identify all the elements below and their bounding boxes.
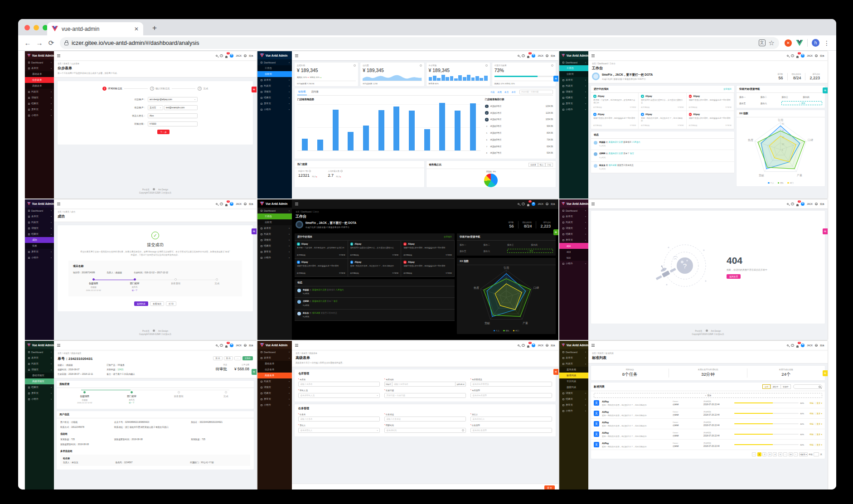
browser-menu-icon[interactable]: ⋮ [824, 39, 830, 47]
project-name[interactable]: Alipay [408, 242, 415, 245]
search-icon[interactable] [518, 344, 520, 347]
task-desc-input[interactable]: 请输入任务描述 [384, 417, 466, 422]
project-card[interactable]: AAlipay 城镇中有那么多的酒馆，她却偏偏走进了我的酒馆 科学搬砖组9小时前 [591, 111, 639, 129]
range-link[interactable]: 本年 [511, 91, 516, 93]
add-item-button[interactable]: ＋ 添加 [594, 393, 822, 398]
menu-fold-icon[interactable] [57, 54, 60, 55]
quick-op-link[interactable]: 操作一 [460, 243, 481, 246]
menu-fold-icon[interactable] [295, 203, 298, 203]
user-avatar[interactable] [532, 344, 535, 347]
executor-select[interactable]: 请选择执行人 [470, 417, 552, 422]
quick-op-link[interactable]: 操作二 [484, 243, 505, 246]
add-button[interactable]: ＋ 添加 [507, 249, 553, 253]
reload-button[interactable]: ⟳ [45, 37, 57, 49]
language-label[interactable]: 简体 [249, 54, 253, 57]
responsible-select[interactable]: 请选择责任人▾ [298, 428, 380, 433]
info-icon[interactable] [354, 64, 356, 67]
sidebar-menu-item[interactable]: 列表页▾ [25, 89, 54, 95]
sidebar-menu-item[interactable]: 工作台 [257, 65, 292, 71]
sidebar-menu-item[interactable]: 详情页▾ [559, 390, 588, 396]
language-label[interactable]: 简体 [551, 344, 555, 347]
sidebar-menu-item[interactable]: 小组件▾ [25, 255, 54, 261]
theme-settings-gear-icon[interactable] [823, 87, 828, 93]
sidebar-menu-item[interactable]: Dashboard▴ [257, 59, 292, 65]
more-link[interactable]: 更多 ▾ [816, 444, 822, 446]
project-card[interactable]: AAlipay 城镇中有那么多的酒馆，她却偏偏走进了我的酒馆 科学搬砖组9小时前 [687, 93, 734, 111]
sidebar-menu-item[interactable]: 详情页▾ [559, 225, 588, 231]
edit-link[interactable]: 编辑 [809, 444, 814, 446]
footer-link[interactable]: Pro首页 [142, 330, 150, 332]
sidebar-menu-item[interactable]: 列表页▴ [559, 361, 588, 367]
quick-op-link[interactable]: 操作二 [761, 96, 780, 98]
item-title[interactable]: AliPay [602, 431, 609, 434]
sidebar-menu-item[interactable]: 卡片列表 [559, 378, 588, 384]
language-label[interactable]: 简体 [249, 344, 253, 347]
user-avatar[interactable] [801, 344, 805, 347]
user-avatar[interactable] [532, 54, 535, 58]
help-icon[interactable] [220, 203, 223, 206]
sidebar-menu-item[interactable]: 小组件▾ [257, 402, 292, 408]
sidebar-menu-item[interactable]: 列表页▾ [559, 83, 588, 89]
username[interactable]: JACK [538, 344, 543, 347]
app-logo[interactable]: Vue Antd Admin [559, 341, 588, 349]
sidebar-menu-item[interactable]: 搜索列表 [559, 384, 588, 390]
project-name[interactable]: Alipay [598, 113, 605, 116]
sidebar-menu-item[interactable]: 异常页▾ [257, 101, 292, 107]
list-search-input[interactable] [793, 384, 822, 389]
action-button[interactable]: 操 作 [213, 356, 222, 360]
sidebar-menu-item[interactable]: 表单页▾ [559, 77, 588, 83]
task-name-input[interactable]: 请输入任务名 [298, 417, 380, 422]
quick-op-link[interactable]: 操作五 [460, 250, 481, 252]
quick-op-link[interactable]: 操作一 [739, 96, 759, 98]
search-icon[interactable] [216, 203, 218, 205]
breadcrumb[interactable]: 首页 / Dashboard / 工作台 [592, 63, 824, 65]
sidebar-menu-item[interactable]: 小组件▾ [559, 107, 588, 112]
forward-button[interactable]: → [34, 37, 45, 49]
sidebar-menu-item[interactable]: Dashboard▾ [559, 208, 588, 213]
info-icon[interactable] [551, 64, 553, 67]
notification-bell-icon[interactable]: 12 [225, 202, 228, 206]
language-label[interactable]: 简体 [820, 54, 824, 57]
list-row[interactable]: AliPay那是一种内在的东西，他们到达不了，也无法触及的 Owner付晓晓 开… [591, 419, 825, 429]
project-card[interactable]: AAlipay 城镇中有那么多的酒馆，她却偏偏走进了我的酒馆 科学搬砖组9小时前 [687, 111, 734, 129]
sidebar-menu-item[interactable]: 小组件▾ [25, 396, 54, 402]
payee-account-input[interactable]: test@example.com [164, 105, 198, 110]
tab-sales[interactable]: 销售额 [297, 88, 307, 95]
page-button[interactable]: 3 [768, 452, 772, 456]
sidebar-menu-item[interactable]: 异常页▴ [559, 237, 588, 243]
view-project-button[interactable]: 查看项目 [150, 301, 164, 306]
project-name[interactable]: Alipay [693, 95, 700, 97]
theme-settings-gear-icon[interactable] [823, 370, 828, 376]
range-link[interactable]: 本周 [497, 91, 502, 93]
sidebar-menu-item[interactable]: 列表页▾ [257, 231, 292, 237]
sidebar-menu-item[interactable]: 结果页▾ [257, 95, 292, 101]
language-label[interactable]: 简体 [820, 344, 824, 347]
breadcrumb[interactable]: 首页 / 表单页 / 高级表单 [296, 352, 555, 354]
sidebar-menu-item[interactable]: 结果页▾ [559, 396, 588, 402]
extension-icon[interactable]: ✕ [785, 39, 792, 47]
sidebar-menu-item[interactable]: 表单页▾ [25, 213, 54, 219]
filter-option[interactable]: 全部 [762, 384, 771, 389]
language-globe-icon[interactable] [546, 203, 548, 205]
action-button[interactable]: 操 作 [224, 356, 233, 360]
sidebar-menu-item[interactable]: 异常页▾ [257, 396, 292, 402]
edit-link[interactable]: 编辑 [809, 412, 814, 415]
search-icon[interactable] [787, 344, 789, 347]
next-step-button[interactable]: 下一步 [157, 130, 169, 134]
sidebar-menu-item[interactable]: 详情页▾ [25, 225, 54, 231]
tab-visits[interactable]: 访问量 [310, 88, 320, 95]
tab-close-icon[interactable]: ✕ [134, 26, 139, 32]
username[interactable]: JACK [807, 344, 813, 347]
language-globe-icon[interactable] [244, 344, 247, 347]
sidebar-menu-item[interactable]: 高级表单 [25, 83, 54, 89]
language-globe-icon[interactable] [244, 203, 247, 205]
sidebar-menu-item[interactable]: 详情页▴ [25, 367, 54, 373]
language-globe-icon[interactable] [815, 344, 818, 347]
project-team[interactable]: 科学搬砖组 [641, 124, 649, 126]
sidebar-menu-item[interactable]: Dashboard▴ [559, 59, 588, 65]
search-icon[interactable] [518, 203, 520, 205]
quick-op-link[interactable]: 操作四 [531, 243, 553, 246]
menu-fold-icon[interactable] [295, 344, 298, 344]
sidebar-menu-item[interactable]: 工作台 [257, 213, 292, 219]
sidebar-menu-item[interactable]: 基础表单 [25, 71, 54, 77]
